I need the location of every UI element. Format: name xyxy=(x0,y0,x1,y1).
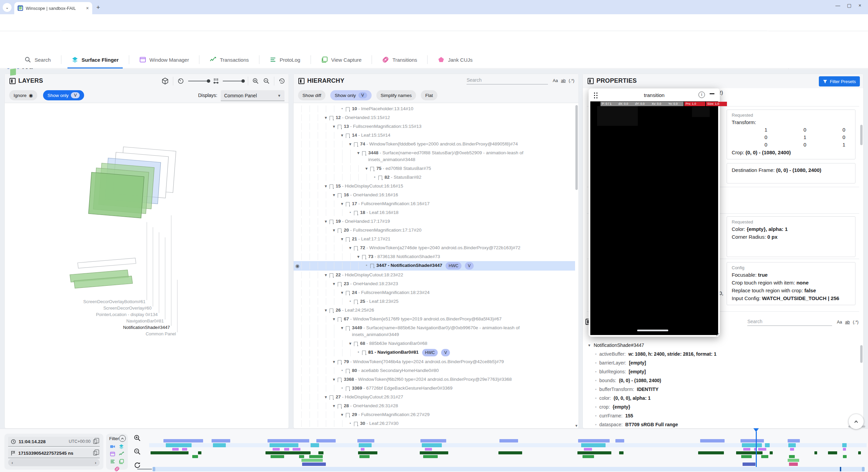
hierarchy-search-input[interactable]: Search xyxy=(467,77,548,84)
spacing-slider[interactable] xyxy=(223,81,244,81)
reset-view-icon[interactable] xyxy=(278,78,285,84)
screen-recording-event-bar[interactable] xyxy=(163,439,203,442)
screen-recording-event-bar[interactable] xyxy=(578,439,610,442)
tab-transactions[interactable]: Transactions xyxy=(199,51,259,68)
tree-row[interactable]: ▼22 - HideDisplayCutout:18:23#22 xyxy=(294,271,575,279)
transactions-event-bar[interactable] xyxy=(790,448,794,451)
surface-flinger-event-bar[interactable] xyxy=(213,443,226,447)
window-manager-event-bar[interactable] xyxy=(151,451,189,454)
expand-arrow-icon[interactable]: ▼ xyxy=(339,324,345,331)
transactions-event-bar[interactable] xyxy=(172,448,179,451)
protolog-event-bar[interactable] xyxy=(359,455,370,458)
transitions-event-bar[interactable] xyxy=(302,463,326,466)
screen-recording-event-bar[interactable] xyxy=(700,439,725,442)
screen-recording-event-bar[interactable] xyxy=(357,439,375,442)
surface-flinger-event-bar[interactable] xyxy=(765,443,770,447)
show-only-button[interactable]: Show only V xyxy=(43,90,84,100)
expand-arrow-icon[interactable]: ▼ xyxy=(331,192,337,198)
tree-row[interactable]: •80 - ace6abb SecondaryHomeHandle0#80 xyxy=(294,366,575,375)
properties-node-row[interactable]: ▼ NotificationShade#3447 xyxy=(588,342,644,348)
expand-arrow-icon[interactable]: ▼ xyxy=(355,150,361,156)
screen-recording-event-bar[interactable] xyxy=(212,439,230,442)
property-row[interactable]: •crop:{empty} xyxy=(595,404,630,410)
window-manager-event-bar[interactable] xyxy=(498,451,522,454)
window-manager-event-bar[interactable] xyxy=(318,451,323,454)
tree-row[interactable]: ▼75 - ed70f88 StatusBar#75 xyxy=(294,164,575,173)
screen-recording-event-bar[interactable] xyxy=(268,439,309,442)
tree-row[interactable]: ▼67 - WindowToken{e5176f9 type=2019 andr… xyxy=(294,315,575,323)
protolog-event-bar[interactable] xyxy=(789,455,795,458)
protolog-event-bar[interactable] xyxy=(299,455,304,458)
protolog-event-bar[interactable] xyxy=(271,455,284,458)
expand-arrow-icon[interactable]: ▼ xyxy=(331,358,337,365)
tree-row[interactable]: •18 - Leaf:16:16#18 xyxy=(294,208,575,217)
expand-arrow-icon[interactable]: ▼ xyxy=(347,340,353,347)
collapse-filter-button[interactable] xyxy=(119,435,126,442)
show-only-button[interactable]: Show onlyV xyxy=(330,90,371,100)
window-manager-event-bar[interactable] xyxy=(698,451,724,454)
transactions-event-bar[interactable] xyxy=(425,448,432,451)
surface-flinger-event-bar[interactable] xyxy=(788,443,795,447)
tree-row[interactable]: •25 - Leaf:18:23#25 xyxy=(294,297,575,306)
tab-jank-cujs[interactable]: Jank CUJs xyxy=(428,51,483,68)
collapse-panel-icon[interactable] xyxy=(9,78,16,84)
expand-arrow-icon[interactable]: ▼ xyxy=(355,253,361,260)
regex-toggle[interactable]: (.*) xyxy=(569,78,574,83)
tree-row[interactable]: ▼19 - OneHanded:17:17#19 xyxy=(294,217,575,226)
surface-flinger-event-bar[interactable] xyxy=(422,443,442,447)
properties-scrollbar[interactable] xyxy=(860,125,863,145)
property-row[interactable]: •bufferTransform:IDENTITY xyxy=(595,387,658,392)
tree-row[interactable]: ▼3368 - WindowToken{f6b2f60 type=2024 an… xyxy=(294,375,575,384)
surface-flinger-event-bar[interactable] xyxy=(842,443,847,447)
zoom-in-icon[interactable] xyxy=(134,434,141,442)
copy-icon[interactable] xyxy=(93,439,97,444)
screen-recording-event-bar[interactable] xyxy=(615,439,624,442)
expand-arrow-icon[interactable]: ▼ xyxy=(323,394,329,400)
match-case-toggle[interactable]: Aa xyxy=(837,320,842,324)
expand-arrow-icon[interactable]: ▼ xyxy=(331,402,337,409)
tree-row[interactable]: ▼27 - HideDisplayCutout:26:31#27 xyxy=(294,393,575,401)
zoom-out-icon[interactable] xyxy=(134,448,141,455)
lines3-trace-icon[interactable] xyxy=(110,459,115,464)
property-row[interactable]: •bounds:(0, 0) - (1080, 2400) xyxy=(595,378,661,383)
property-row[interactable]: •color:(0, 0, 0), alpha: 1 xyxy=(595,395,651,401)
tree-row[interactable]: •3369 - 67726bf EdgeBackGestureHandler0#… xyxy=(294,384,575,393)
property-row[interactable]: •barrierLayer:[empty] xyxy=(595,360,646,366)
match-word-toggle[interactable]: ab xyxy=(845,320,850,324)
tab-window-manager[interactable]: Window Manager xyxy=(129,51,199,68)
zigzag-trace-icon[interactable] xyxy=(119,451,124,457)
transactions-event-bar[interactable] xyxy=(284,448,289,451)
collapse-panel-icon[interactable] xyxy=(298,78,304,84)
tree-row[interactable]: ▼13 - FullscreenMagnification:15:15#13 xyxy=(294,122,575,131)
tab-transitions[interactable]: Transitions xyxy=(372,51,427,68)
protolog-event-bar[interactable] xyxy=(583,455,594,458)
protolog-event-bar[interactable] xyxy=(843,455,847,458)
browser-tab[interactable]: Winscope | sandbox-FAIL × xyxy=(14,2,92,14)
tree-row[interactable]: ◉•3447 - NotificationShade#3447HWCV xyxy=(294,261,575,271)
info-icon[interactable]: i xyxy=(698,92,705,98)
property-row[interactable]: •activeBuffer:w: 1080, h: 2400, stride: … xyxy=(595,351,716,357)
human-time-field[interactable]: 11:04:14.228 UTC+00:00 xyxy=(8,437,100,447)
window-manager-event-bar[interactable] xyxy=(420,451,449,454)
property-row[interactable]: •dataspace:BT709 sRGB Full range xyxy=(595,422,678,427)
expand-arrow-icon[interactable]: ▼ xyxy=(323,218,329,225)
tree-row[interactable]: ▼23 - OneHanded:18:23#23 xyxy=(294,279,575,288)
expand-arrow-icon[interactable]: ▼ xyxy=(339,132,345,139)
timeline-tracks[interactable] xyxy=(149,429,867,472)
tree-row[interactable]: ▼26 - Leaf:24:25#26 xyxy=(294,306,575,315)
rotation-slider[interactable] xyxy=(188,81,209,81)
expand-arrow-icon[interactable]: ▼ xyxy=(339,200,345,207)
expand-arrow-icon[interactable]: ▼ xyxy=(331,227,337,234)
window-minimize-button[interactable]: — xyxy=(835,3,840,8)
ns-time-field[interactable]: 1715339054227572545 ns xyxy=(8,448,100,458)
scroll-to-top-button[interactable] xyxy=(848,414,864,429)
surface-flinger-event-bar[interactable] xyxy=(166,443,192,447)
transactions-event-bar[interactable] xyxy=(273,448,280,451)
layers-3d-view[interactable] xyxy=(5,103,289,341)
tab-protolog[interactable]: ProtoLog xyxy=(259,51,311,68)
transactions-event-bar[interactable] xyxy=(843,448,846,451)
screen-recording-event-bar[interactable] xyxy=(741,439,764,442)
expand-arrow-icon[interactable]: ▼ xyxy=(347,244,353,251)
protolog-event-bar[interactable] xyxy=(309,455,323,458)
property-row[interactable]: •blurRegions:[empty] xyxy=(595,369,646,374)
